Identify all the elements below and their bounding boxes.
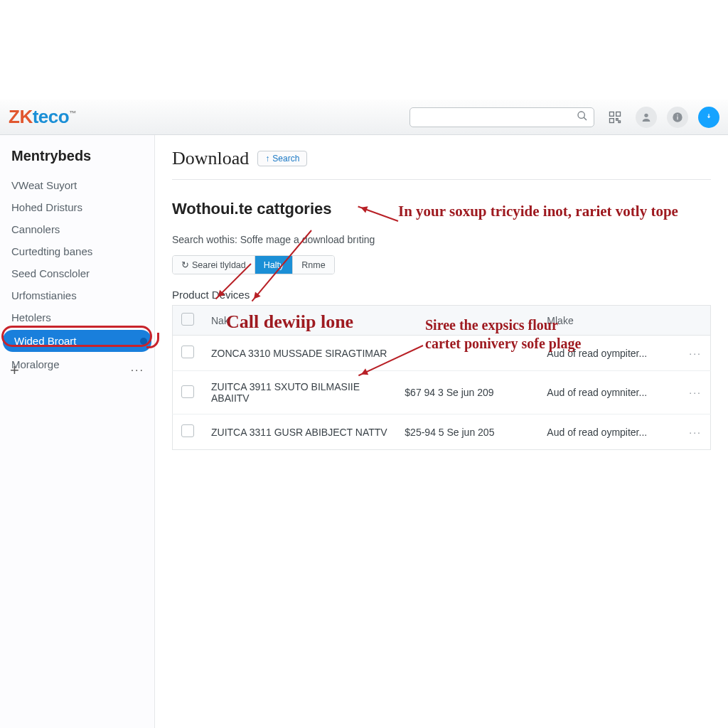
tab-halty[interactable]: Halty <box>255 256 293 274</box>
svg-rect-4 <box>610 118 614 122</box>
row-checkbox[interactable] <box>181 346 194 358</box>
global-search-input[interactable] <box>416 112 572 123</box>
svg-line-1 <box>584 117 587 120</box>
row-checkbox[interactable] <box>181 385 194 398</box>
sidebar-item-2[interactable]: Cannolers <box>0 218 154 240</box>
sidebar-add-button[interactable]: + <box>10 361 19 380</box>
sidebar-item-1[interactable]: Hohed Dristurs <box>0 196 154 218</box>
sidebar-item-0[interactable]: VWeat Suyort <box>0 174 154 196</box>
svg-rect-9 <box>677 116 678 119</box>
section-title: Wothoui.te cattgories <box>172 200 711 218</box>
up-arrow-icon: ↑ <box>265 154 269 164</box>
sidebar-item-3[interactable]: Curtedting banes <box>0 240 154 262</box>
main-content: Download ↑ Search Wothoui.te cattgories … <box>155 135 728 463</box>
table-title: Product Devices <box>172 289 711 301</box>
logo-tm: ™ <box>69 109 76 117</box>
sidebar-item-label: Cannolers <box>11 223 60 235</box>
sidebar-item-6[interactable]: Hetolers <box>0 306 154 328</box>
sidebar-item-5[interactable]: Urfomstianies <box>0 284 154 306</box>
svg-point-7 <box>644 113 648 117</box>
logo-letter: Z <box>9 106 19 127</box>
table-row[interactable]: ZONCA 3310 MUSSADE SIRAGTIMAR Aud of rea… <box>173 336 711 371</box>
tab-label: Rnme <box>301 260 325 270</box>
sidebar: Mentrybeds VWeat Suyort Hohed Dristurs C… <box>0 135 155 728</box>
tab-label: Halty <box>264 260 284 270</box>
col-actions <box>680 306 710 336</box>
svg-rect-5 <box>616 118 619 120</box>
cell-mid: $67 94 3 Se jun 209 <box>396 371 538 414</box>
sidebar-item-4[interactable]: Seed Conscloler <box>0 262 154 284</box>
row-checkbox[interactable] <box>181 424 194 437</box>
select-all-checkbox[interactable] <box>181 313 194 326</box>
sidebar-item-label: Curtedting banes <box>11 245 92 257</box>
sidebar-title: Mentrybeds <box>0 141 154 174</box>
table-row[interactable]: ZUITCA 3311 GUSR ABIBJECT NATTV $25-94 5… <box>173 414 711 450</box>
svg-rect-10 <box>677 114 678 115</box>
tab-search[interactable]: ↻ Searei tlyldad <box>173 256 255 274</box>
sidebar-item-label: Wided Broart <box>14 335 77 347</box>
col-nak[interactable]: Nak <box>203 306 396 336</box>
table-row[interactable]: ZUITCA 3911 SXUTO BILMASIIE ABAIITV $67 … <box>173 371 711 414</box>
table-header-row: Nak Mlake <box>173 306 711 336</box>
col-mid <box>396 306 538 336</box>
page-title: Download <box>172 148 249 169</box>
row-more-button[interactable]: ··· <box>689 427 702 438</box>
refresh-icon: ↻ <box>181 259 189 270</box>
cell-name: ZONCA 3310 MUSSADE SIRAGTIMAR <box>203 336 396 371</box>
search-icon[interactable] <box>577 110 588 124</box>
header-actions <box>410 107 719 128</box>
sidebar-item-label: Hohed Dristurs <box>11 201 82 213</box>
user-icon[interactable] <box>636 107 657 128</box>
search-note-value: Soffe mage a download brıting <box>240 234 375 245</box>
logo-letter: teco <box>33 106 69 127</box>
sidebar-footer: + ··· <box>0 361 154 380</box>
cell-name: ZUITCA 3311 GUSR ABIBJECT NATTV <box>203 414 396 450</box>
search-note-label: Search wothis: <box>172 234 237 245</box>
page-search-label: Search <box>272 154 299 164</box>
sidebar-item-7[interactable]: Wided Broart <box>3 330 151 352</box>
col-mlake[interactable]: Mlake <box>538 306 680 336</box>
devices-table: Nak Mlake ZONCA 3310 MUSSADE SIRAGTIMAR … <box>172 305 711 450</box>
download-icon[interactable] <box>698 107 719 128</box>
tab-label: Searei tlyldad <box>192 260 246 270</box>
sidebar-item-label: Hetolers <box>11 311 51 323</box>
cell-make: Aud of read oympiter... <box>538 336 680 371</box>
cell-mid <box>396 336 538 371</box>
sidebar-item-label: Seed Conscloler <box>11 267 90 279</box>
page-header: Download ↑ Search <box>172 148 711 180</box>
top-bar: ZKteco™ <box>0 100 728 135</box>
sidebar-item-label: Urfomstianies <box>11 289 77 301</box>
svg-rect-6 <box>619 121 621 123</box>
sidebar-item-label: VWeat Suyort <box>11 179 77 191</box>
cell-name: ZUITCA 3911 SXUTO BILMASIIE ABAIITV <box>203 371 396 414</box>
cell-make: Aud of read oymniter... <box>538 371 680 414</box>
info-icon[interactable] <box>667 107 688 128</box>
svg-point-0 <box>578 112 584 118</box>
tab-rnme[interactable]: Rnme <box>293 256 333 274</box>
filter-tabs: ↻ Searei tlyldad Halty Rnme <box>172 255 335 274</box>
cell-mid: $25-94 5 Se jun 205 <box>396 414 538 450</box>
qr-icon[interactable] <box>604 107 626 128</box>
global-search[interactable] <box>410 107 594 127</box>
row-more-button[interactable]: ··· <box>689 387 702 398</box>
cell-make: Aud of read oympiter... <box>538 414 680 450</box>
search-note: Search wothis: Soffe mage a download brı… <box>172 234 711 245</box>
svg-rect-2 <box>610 112 614 116</box>
sidebar-more-button[interactable]: ··· <box>131 364 144 377</box>
brand-logo: ZKteco™ <box>9 106 76 128</box>
page-search-button[interactable]: ↑ Search <box>257 151 307 166</box>
svg-rect-3 <box>616 112 621 116</box>
logo-letter: K <box>19 106 32 127</box>
row-more-button[interactable]: ··· <box>689 348 702 359</box>
